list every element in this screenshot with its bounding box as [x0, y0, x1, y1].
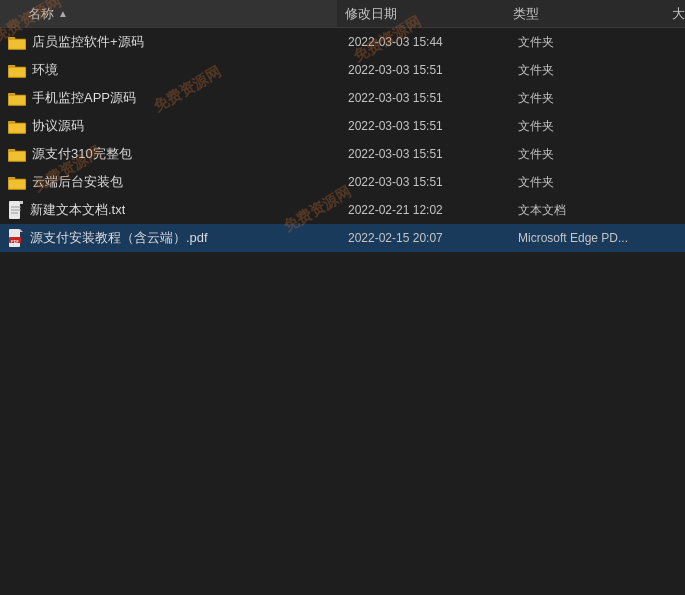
svg-rect-10 — [9, 95, 25, 104]
file-name-text: 云端后台安装包 — [32, 173, 123, 191]
svg-rect-18 — [9, 151, 25, 160]
file-name-cell: 新建文本文档.txt — [0, 201, 340, 219]
file-row[interactable]: 店员监控软件+源码 2022-03-03 15:44 文件夹 — [0, 28, 685, 56]
col-header-type[interactable]: 类型 — [505, 0, 664, 27]
file-type-cell: 文件夹 — [510, 34, 670, 51]
file-name-text: 手机监控APP源码 — [32, 89, 136, 107]
file-row[interactable]: 新建文本文档.txt 2022-02-21 12:02 文本文档 — [0, 196, 685, 224]
file-name-cell: 云端后台安装包 — [0, 173, 340, 191]
file-explorer: 名称 ▲ 修改日期 类型 大 店员监控软件+源码 2022-03-03 — [0, 0, 685, 595]
folder-icon — [8, 119, 26, 134]
sort-arrow-name: ▲ — [58, 8, 68, 19]
svg-rect-22 — [9, 179, 25, 188]
col-header-date[interactable]: 修改日期 — [337, 0, 505, 27]
file-type-cell: 文件夹 — [510, 62, 670, 79]
col-header-extra[interactable]: 大 — [664, 0, 685, 27]
file-date-cell: 2022-03-03 15:51 — [340, 119, 510, 133]
file-type-cell: 文件夹 — [510, 90, 670, 107]
file-name-text: 源支付310完整包 — [32, 145, 132, 163]
file-date-cell: 2022-02-21 12:02 — [340, 203, 510, 217]
file-row[interactable]: 环境 2022-03-03 15:51 文件夹 — [0, 56, 685, 84]
file-row[interactable]: PDF 源支付安装教程（含云端）.pdf 2022-02-15 20:07 Mi… — [0, 224, 685, 252]
file-name-cell: 店员监控软件+源码 — [0, 33, 340, 51]
file-type-cell: 文件夹 — [510, 174, 670, 191]
col-date-label: 修改日期 — [345, 5, 397, 23]
col-header-name[interactable]: 名称 ▲ — [0, 0, 337, 27]
file-type-cell: 文件夹 — [510, 118, 670, 135]
pdf-icon: PDF — [8, 229, 24, 247]
file-name-cell: 协议源码 — [0, 117, 340, 135]
folder-icon — [8, 63, 26, 78]
file-name-cell: 手机监控APP源码 — [0, 89, 340, 107]
file-date-cell: 2022-03-03 15:51 — [340, 63, 510, 77]
folder-icon — [8, 175, 26, 190]
file-name-cell: 源支付310完整包 — [0, 145, 340, 163]
file-date-cell: 2022-03-03 15:51 — [340, 147, 510, 161]
file-type-cell: Microsoft Edge PD... — [510, 231, 670, 245]
file-name-cell: 环境 — [0, 61, 340, 79]
file-name-text: 源支付安装教程（含云端）.pdf — [30, 229, 208, 247]
file-name-text: 环境 — [32, 61, 58, 79]
file-date-cell: 2022-03-03 15:51 — [340, 91, 510, 105]
file-name-text: 店员监控软件+源码 — [32, 33, 144, 51]
file-date-cell: 2022-02-15 20:07 — [340, 231, 510, 245]
file-date-cell: 2022-03-03 15:51 — [340, 175, 510, 189]
svg-rect-6 — [9, 67, 25, 76]
file-date-cell: 2022-03-03 15:44 — [340, 35, 510, 49]
file-row[interactable]: 协议源码 2022-03-03 15:51 文件夹 — [0, 112, 685, 140]
file-name-text: 新建文本文档.txt — [30, 201, 125, 219]
col-extra-label: 大 — [672, 5, 685, 23]
file-type-cell: 文件夹 — [510, 146, 670, 163]
file-row[interactable]: 云端后台安装包 2022-03-03 15:51 文件夹 — [0, 168, 685, 196]
column-header-row: 名称 ▲ 修改日期 类型 大 — [0, 0, 685, 28]
text-file-icon — [8, 201, 24, 219]
folder-icon — [8, 147, 26, 162]
folder-icon — [8, 35, 26, 50]
svg-rect-14 — [9, 123, 25, 132]
col-type-label: 类型 — [513, 5, 539, 23]
file-type-cell: 文本文档 — [510, 202, 670, 219]
svg-text:PDF: PDF — [11, 239, 20, 244]
file-row[interactable]: 源支付310完整包 2022-03-03 15:51 文件夹 — [0, 140, 685, 168]
svg-marker-31 — [20, 229, 23, 232]
file-name-cell: PDF 源支付安装教程（含云端）.pdf — [0, 229, 340, 247]
svg-rect-26 — [20, 201, 23, 204]
file-name-text: 协议源码 — [32, 117, 84, 135]
svg-rect-2 — [9, 39, 25, 48]
col-name-label: 名称 — [28, 5, 54, 23]
file-list: 店员监控软件+源码 2022-03-03 15:44 文件夹 环境 2022-0… — [0, 28, 685, 595]
file-row[interactable]: 手机监控APP源码 2022-03-03 15:51 文件夹 — [0, 84, 685, 112]
folder-icon — [8, 91, 26, 106]
